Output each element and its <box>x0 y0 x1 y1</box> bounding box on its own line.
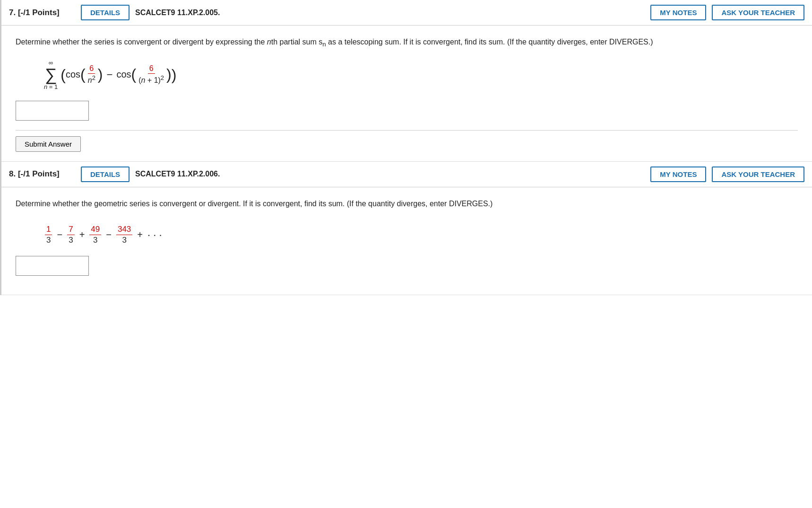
q7-details-button[interactable]: DETAILS <box>81 5 130 20</box>
cos1-right-paren: ) <box>98 67 103 82</box>
frac-6-n1sq-numerator: 6 <box>148 64 155 74</box>
q8-answer-input[interactable] <box>16 256 89 276</box>
q7-points-value: [-/1 Points] <box>18 8 60 17</box>
sigma-symbol: ∞ ∑ n = 1 <box>44 59 58 90</box>
frac-6-n1sq-denominator: (n + 1)2 <box>137 74 165 85</box>
q8-details-button[interactable]: DETAILS <box>81 166 130 182</box>
cos2-left-paren: ( <box>131 67 137 82</box>
op-minus-1: − <box>55 229 64 240</box>
cos2-right-paren: ) <box>166 67 172 82</box>
sigma-bottom: n = 1 <box>44 83 58 90</box>
frac2-343-3-den: 3 <box>121 235 128 245</box>
frac2-7-3-den: 3 <box>67 235 74 245</box>
q7-submit-button[interactable]: Submit Answer <box>16 136 81 152</box>
q7-divider <box>16 130 798 131</box>
frac2-1-3: 1 3 <box>45 225 52 245</box>
frac2-343-3: 343 3 <box>116 225 132 245</box>
q8-formula: 1 3 − 7 3 + 49 3 − 343 3 + · · · <box>44 225 162 245</box>
frac2-1-3-den: 3 <box>45 235 52 245</box>
frac2-49-3-num: 49 <box>89 225 101 235</box>
frac2-7-3-num: 7 <box>67 225 74 235</box>
frac-6-n2: 6 n2 <box>86 64 97 85</box>
q8-my-notes-button[interactable]: MY NOTES <box>650 166 706 182</box>
outer-left-paren: ( <box>60 67 66 82</box>
op-minus-2: − <box>104 229 113 240</box>
cos1-left-paren: ( <box>80 67 86 82</box>
q7-ask-teacher-button[interactable]: ASK YOUR TEACHER <box>712 5 804 20</box>
frac-6-n1sq: 6 (n + 1)2 <box>137 64 165 85</box>
question-8-body: Determine whether the geometric series i… <box>1 187 812 295</box>
ellipsis: · · · <box>147 229 162 241</box>
q7-formula: ∞ ∑ n = 1 ( cos( 6 n2 ) − cos( 6 (n + 1)… <box>44 59 798 90</box>
question-8: 8. [-/1 Points] DETAILS SCALCET9 11.XP.2… <box>0 162 812 295</box>
q8-question-text: Determine whether the geometric series i… <box>16 198 798 210</box>
frac-6-n2-numerator: 6 <box>88 64 95 74</box>
q7-question-text: Determine whether the series is converge… <box>16 36 798 50</box>
q7-my-notes-button[interactable]: MY NOTES <box>650 5 706 20</box>
question-8-points: 8. [-/1 Points] <box>9 169 75 179</box>
outer-right-paren: ) <box>172 67 177 82</box>
q7-answer-input[interactable] <box>16 101 89 121</box>
question-7: 7. [-/1 Points] DETAILS SCALCET9 11.XP.2… <box>0 0 812 162</box>
q8-ask-teacher-button[interactable]: ASK YOUR TEACHER <box>712 166 804 182</box>
frac2-49-3: 49 3 <box>89 225 101 245</box>
question-7-body: Determine whether the series is converge… <box>1 26 812 162</box>
question-7-points: 7. [-/1 Points] <box>9 8 75 18</box>
sigma-char: ∑ <box>45 66 57 83</box>
q7-code: SCALCET9 11.XP.2.005. <box>135 9 645 17</box>
frac-6-n2-denominator: n2 <box>86 74 97 85</box>
op-plus-2: + <box>135 229 145 240</box>
cos-term-2: cos( 6 (n + 1)2 ) <box>116 64 171 85</box>
frac2-7-3: 7 3 <box>67 225 74 245</box>
q7-text-part1: Determine whether the series is converge… <box>16 38 267 46</box>
frac2-1-3-num: 1 <box>45 225 52 235</box>
q7-number: 7. <box>9 8 16 17</box>
question-7-header: 7. [-/1 Points] DETAILS SCALCET9 11.XP.2… <box>1 0 812 26</box>
op-plus-1: + <box>78 229 87 240</box>
question-8-header: 8. [-/1 Points] DETAILS SCALCET9 11.XP.2… <box>1 162 812 187</box>
minus-operator: − <box>107 69 113 81</box>
q8-points-value: [-/1 Points] <box>18 169 60 178</box>
q8-code: SCALCET9 11.XP.2.006. <box>135 170 645 178</box>
q7-text-part2: th partial sum s <box>271 38 322 46</box>
cos-term-1: cos( 6 n2 ) <box>66 64 103 85</box>
q8-number: 8. <box>9 169 16 178</box>
q7-text-part3: as a telescoping sum. If it is convergen… <box>326 38 653 46</box>
q7-text-italic: n <box>267 38 271 46</box>
q7-text-sub: n <box>322 41 326 48</box>
frac2-49-3-den: 3 <box>92 235 99 245</box>
frac2-343-3-num: 343 <box>116 225 132 235</box>
